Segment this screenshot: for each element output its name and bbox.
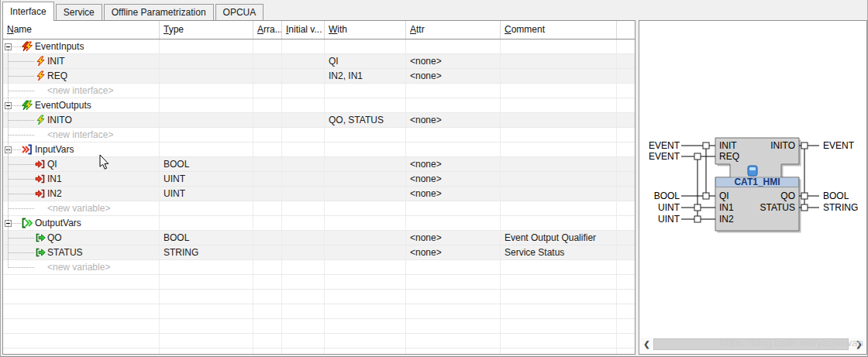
column-header-attr[interactable]: Attr bbox=[406, 21, 501, 39]
table-row[interactable]: <new interface> bbox=[3, 128, 635, 142]
tab-offline-parametrization[interactable]: Offline Parametrization bbox=[104, 4, 214, 20]
cell-type bbox=[160, 319, 253, 333]
scrollbar-thumb[interactable] bbox=[653, 338, 849, 350]
cell-attr: <none> bbox=[406, 231, 501, 245]
cell-type bbox=[160, 348, 253, 355]
table-row[interactable]: <new variable> bbox=[3, 260, 635, 275]
pin-square[interactable] bbox=[703, 142, 709, 149]
row-label: QI bbox=[47, 159, 57, 170]
cell-with bbox=[325, 98, 406, 112]
function-block-diagram[interactable]: CAT1_HMIEVENTINITEVENTREQBOOLQIUINTIN1UI… bbox=[639, 21, 866, 335]
row-label: InputVars bbox=[35, 144, 74, 155]
column-header-comment[interactable]: Comment bbox=[501, 21, 617, 39]
table-row[interactable]: InputVars bbox=[3, 142, 635, 157]
tree-line bbox=[9, 135, 34, 136]
cell-attr bbox=[406, 304, 501, 318]
table-row[interactable]: QOBOOL<none>Event Output Qualifier bbox=[3, 231, 635, 245]
new-entry-placeholder[interactable]: <new interface> bbox=[47, 129, 113, 140]
tab-service[interactable]: Service bbox=[56, 4, 102, 20]
cell-with bbox=[325, 275, 406, 289]
tab-interface[interactable]: Interface bbox=[2, 2, 54, 21]
fb-preview-pane: CAT1_HMIEVENTINITEVENTREQBOOLQIUINTIN1UI… bbox=[639, 20, 867, 355]
cell-with bbox=[325, 142, 406, 156]
column-header-name[interactable]: Name bbox=[3, 21, 160, 39]
pin-square[interactable] bbox=[801, 204, 808, 211]
table-row[interactable]: INITOQO, STATUS<none> bbox=[3, 113, 635, 128]
new-entry-placeholder[interactable]: <new variable> bbox=[47, 262, 110, 273]
cell-filler bbox=[617, 334, 635, 348]
cell-attr bbox=[406, 142, 501, 156]
table-row[interactable]: <new interface> bbox=[3, 84, 635, 98]
column-header-arra-[interactable]: Arra... bbox=[253, 21, 282, 39]
cell-name: <new variable> bbox=[3, 260, 160, 274]
column-header-with[interactable]: With bbox=[325, 21, 406, 39]
cell-type bbox=[160, 113, 253, 127]
tree-line bbox=[9, 91, 34, 91]
cell-type: BOOL bbox=[160, 231, 253, 245]
table-row bbox=[3, 334, 635, 348]
cell-name: IN1 bbox=[3, 172, 160, 186]
cell-filler bbox=[617, 319, 635, 333]
cell-attr bbox=[406, 334, 501, 348]
cell-filler bbox=[617, 54, 635, 68]
cell-array-size bbox=[253, 304, 282, 318]
table-row[interactable]: STATUSSTRING<none>Service Status bbox=[3, 245, 635, 260]
tree-line bbox=[12, 105, 21, 106]
table-row[interactable]: EventOutputs bbox=[3, 98, 635, 113]
cell-filler bbox=[617, 187, 635, 201]
cell-comment bbox=[501, 260, 617, 274]
pin-square[interactable] bbox=[801, 193, 808, 199]
column-header-type[interactable]: Type bbox=[160, 21, 253, 39]
cell-type bbox=[160, 142, 253, 156]
table-row bbox=[3, 290, 635, 304]
column-header-initial-v-[interactable]: Initial v... bbox=[282, 21, 325, 39]
table-row[interactable]: QIBOOL<none> bbox=[3, 157, 635, 172]
cell-with bbox=[325, 245, 406, 259]
interface-table-pane: NameTypeArra...Initial v...WithAttrComme… bbox=[2, 20, 636, 355]
cell-array-size bbox=[253, 334, 282, 348]
cell-array-size bbox=[253, 348, 282, 355]
table-row[interactable]: REQIN2, IN1<none> bbox=[3, 69, 635, 84]
table-row[interactable]: IN1UINT<none> bbox=[3, 172, 635, 187]
cell-with bbox=[325, 84, 406, 98]
table-row[interactable]: OutputVars bbox=[3, 216, 635, 231]
tree-line bbox=[9, 120, 34, 121]
cell-attr bbox=[406, 319, 501, 333]
table-row[interactable]: IN2UINT<none> bbox=[3, 187, 635, 201]
cell-comment bbox=[501, 54, 617, 68]
cell-array-size bbox=[253, 290, 282, 304]
cell-attr bbox=[406, 201, 501, 215]
table-row[interactable]: EventInputs bbox=[3, 39, 635, 54]
cell-initial-value bbox=[282, 231, 325, 245]
pin-square[interactable] bbox=[694, 204, 701, 211]
table-row[interactable]: INITQI<none> bbox=[3, 54, 635, 69]
pin-square[interactable] bbox=[694, 153, 701, 160]
new-entry-placeholder[interactable]: <new variable> bbox=[47, 203, 110, 214]
cell-initial-value bbox=[282, 319, 325, 333]
table-row bbox=[3, 275, 635, 290]
tree-line bbox=[9, 61, 34, 62]
horizontal-scrollbar[interactable]: ❮ ❯ bbox=[640, 338, 866, 351]
fb-interface-editor: InterfaceServiceOffline ParametrizationO… bbox=[0, 0, 868, 357]
pin-type-label: EVENT bbox=[823, 140, 855, 151]
pin-square[interactable] bbox=[801, 142, 808, 149]
cell-array-size bbox=[253, 275, 282, 289]
cell-type bbox=[160, 275, 253, 289]
new-entry-placeholder[interactable]: <new interface> bbox=[47, 85, 113, 96]
cell-name bbox=[3, 319, 160, 333]
cell-attr bbox=[406, 216, 501, 230]
pin-square[interactable] bbox=[694, 216, 701, 222]
scroll-left-icon[interactable]: ❮ bbox=[641, 338, 653, 351]
tab-opcua[interactable]: OPCUA bbox=[215, 4, 264, 20]
cell-type: BOOL bbox=[160, 157, 253, 171]
cell-array-size bbox=[253, 201, 282, 215]
table-row[interactable]: <new variable> bbox=[3, 201, 635, 216]
cell-initial-value bbox=[282, 290, 325, 304]
cell-comment bbox=[501, 304, 617, 318]
cell-name: QI bbox=[3, 157, 160, 171]
pin-type-label: EVENT bbox=[649, 140, 680, 151]
scroll-right-icon[interactable]: ❯ bbox=[853, 338, 865, 351]
tree-line bbox=[12, 46, 21, 47]
pin-square[interactable] bbox=[703, 193, 709, 199]
cell-attr bbox=[406, 290, 501, 304]
